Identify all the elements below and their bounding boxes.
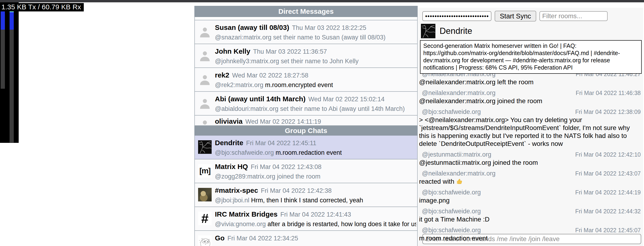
list-item-go[interactable]: Go Fri Mar 04 2022 12:34:25 <box>195 231 417 246</box>
message-timestamp: Fri Mar 04 2022 11:46:38 <box>576 90 641 96</box>
message-list: @neilalexander:matrix.org Fri Mar 04 202… <box>418 70 643 246</box>
room-last-sender: @bjo:schafweide.org <box>215 149 274 156</box>
room-topic: Second-generation Matrix homeserver writ… <box>420 40 642 74</box>
room-timestamp: Thu Mar 03 2022 11:36:57 <box>253 48 327 55</box>
message: @bjo:schafweide.org Fri Mar 04 2022 12:4… <box>419 207 641 223</box>
message-sender: @bjo:schafweide.org <box>419 245 481 246</box>
room-last-sender: @johnkelly3:matrix.org <box>215 58 279 65</box>
access-token-input[interactable] <box>422 11 492 21</box>
room-timestamp: Thu Mar 03 2022 18:22:25 <box>292 24 366 32</box>
chat-panel: Start Sync Dendrite Second-generation Ma… <box>418 8 643 246</box>
message-sender: @neilalexander:matrix.org <box>419 89 496 97</box>
list-item-oliviavia[interactable]: oliviavia Wed Mar 02 2022 14:11:19 <box>195 116 417 126</box>
room-timestamp: Wed Mar 02 2022 18:27:58 <box>232 72 308 79</box>
network-graph-bar <box>10 12 14 30</box>
network-graph-bar <box>1 11 5 30</box>
room-timestamp: Fri Mar 04 2022 12:41:43 <box>280 211 351 218</box>
message-sender: @jestunmactii:matrix.org <box>419 150 492 158</box>
person-icon <box>198 25 212 38</box>
message: @bjo:schafweide.org Fri Mar 04 2022 12:3… <box>419 108 641 148</box>
room-last-sender: @vivia:gnome.org <box>215 220 266 228</box>
list-item-susan[interactable]: Susan (away till 08/03) Thu Mar 03 2022 … <box>195 20 417 44</box>
message-sender: @bjo:schafweide.org <box>419 207 481 215</box>
network-graph <box>0 2 19 143</box>
list-item-rek2[interactable]: rek2 Wed Mar 02 2022 18:27:58 @rek2:matr… <box>195 68 417 92</box>
start-sync-button[interactable]: Start Sync <box>495 11 536 22</box>
filter-rooms-input[interactable] <box>540 11 608 21</box>
room-timestamp: Fri Mar 04 2022 12:43:08 <box>251 164 322 170</box>
message: @jestunmactii:matrix.org Fri Mar 04 2022… <box>419 150 641 167</box>
room-title: Dendrite <box>440 26 472 36</box>
message-body: reacted with <box>419 178 641 186</box>
message-body: image.png <box>419 196 641 204</box>
list-item-matrix-spec[interactable]: #matrix-spec Fri Mar 04 2022 12:42:38 @j… <box>195 183 417 207</box>
message-timestamp: Fri Mar 04 2022 12:43:07 <box>575 170 641 177</box>
network-graph-bar <box>10 30 14 142</box>
room-last-message: set their name to Abi (away until 14th M… <box>278 105 405 112</box>
message-sender: @bjo:schafweide.org <box>419 188 481 196</box>
group-chats-header: Group Chats <box>194 126 418 136</box>
message: @neilalexander:matrix.org Fri Mar 04 202… <box>419 170 641 186</box>
message-timestamp: Fri Mar 04 2022 12:44:19 <box>575 189 641 196</box>
message-timestamp: Fri Mar 04 2022 12:45:07 <box>575 227 641 234</box>
message: @neilalexander:matrix.org Fri Mar 04 202… <box>419 89 641 105</box>
room-last-message: after a bridge is restarted, how long do… <box>266 220 416 228</box>
message-body: @neilalexander:matrix.org left the room <box>419 78 641 86</box>
message-body: @neilalexander:matrix.org joined the roo… <box>419 97 641 105</box>
message: @bjo:schafweide.org Fri Mar 04 2022 12:4… <box>419 245 641 246</box>
room-header: Dendrite <box>421 24 643 38</box>
thumbs-up-icon <box>456 178 463 184</box>
message-timestamp: Fri Mar 04 2022 12:44:32 <box>575 208 641 215</box>
message-body: > <@neilalexander:matrix.org> You can tr… <box>419 116 641 148</box>
room-last-sender: @snazari:matrix.org <box>215 34 271 41</box>
room-last-message: Hrm, then I think I stand corrected, yea… <box>250 197 363 204</box>
list-item-john-kelly[interactable]: John Kelly Thu Mar 03 2022 11:36:57 @joh… <box>195 44 417 68</box>
room-timestamp: Wed Mar 02 2022 14:11:19 <box>245 118 321 125</box>
room-name: Dendrite <box>215 139 243 147</box>
room-name: Susan (away till 08/03) <box>215 24 289 32</box>
list-item-abi[interactable]: Abi (away until 14th March) Wed Mar 02 2… <box>195 92 417 116</box>
room-last-message: set their name to Susan (away till 08/03… <box>271 34 386 41</box>
message: @bjo:schafweide.org Fri Mar 04 2022 12:4… <box>419 226 641 242</box>
person-icon <box>198 96 212 110</box>
room-last-sender: @rek2:matrix.org <box>215 82 263 88</box>
dendrite-avatar <box>198 140 212 154</box>
room-name: rek2 <box>215 71 229 79</box>
message: @bjo:schafweide.org Fri Mar 04 2022 12:4… <box>419 188 641 204</box>
message-sender: @neilalexander:matrix.org <box>419 170 496 178</box>
matrix-logo-icon: [m] <box>198 164 212 178</box>
direct-messages-header: Direct Messages <box>194 6 418 17</box>
room-last-sender: @jboi:jboi.nl <box>215 197 250 204</box>
list-item-matrix-hq[interactable]: [m] Matrix HQ Fri Mar 04 2022 12:43:08 @… <box>195 160 417 183</box>
person-icon <box>198 118 212 126</box>
message-timestamp: Fri Mar 04 2022 12:38:09 <box>575 108 641 115</box>
room-timestamp: Fri Mar 04 2022 12:42:38 <box>261 187 332 194</box>
message-sender: @bjo:schafweide.org <box>419 226 481 234</box>
window-top-strip <box>0 0 644 2</box>
group-chats-list: Dendrite Fri Mar 04 2022 12:45:11 @bjo:s… <box>194 136 418 246</box>
network-traffic-label: 1.35 KB Tx / 60.79 KB Rx <box>0 3 84 12</box>
message-body: @jestunmactii:matrix.org joined the room <box>419 159 641 167</box>
person-icon <box>198 49 212 62</box>
list-item-irc-matrix-bridges[interactable]: # IRC Matrix Bridges Fri Mar 04 2022 12:… <box>195 207 417 231</box>
room-timestamp: Fri Mar 04 2022 12:45:11 <box>246 140 316 147</box>
room-name: Matrix HQ <box>215 163 248 170</box>
message-sender: @bjo:schafweide.org <box>419 108 481 116</box>
room-last-message: joined the room <box>275 173 320 180</box>
list-item-partial[interactable] <box>195 17 417 20</box>
list-item-dendrite[interactable]: Dendrite Fri Mar 04 2022 12:45:11 @bjo:s… <box>195 136 417 160</box>
dendrite-avatar <box>421 24 436 38</box>
message-body: m.room.redaction event <box>419 234 641 242</box>
rooms-panel: Direct Messages Susan (away till 08/03) … <box>194 6 418 246</box>
room-name: #matrix-spec <box>215 186 258 194</box>
room-photo-avatar <box>198 188 212 202</box>
message-timestamp: Fri Mar 04 2022 12:42:10 <box>575 151 641 158</box>
room-last-sender: @abialdouri:matrix.org <box>215 105 278 112</box>
chat-topbar: Start Sync <box>418 8 643 22</box>
room-timestamp: Wed Mar 02 2022 15:02:14 <box>308 96 384 103</box>
room-name: IRC Matrix Bridges <box>215 210 278 218</box>
room-timestamp: Fri Mar 04 2022 12:34:25 <box>228 235 298 242</box>
person-icon <box>198 72 212 86</box>
message-reaction-text: reacted with <box>419 178 456 185</box>
hash-icon: # <box>198 212 212 225</box>
